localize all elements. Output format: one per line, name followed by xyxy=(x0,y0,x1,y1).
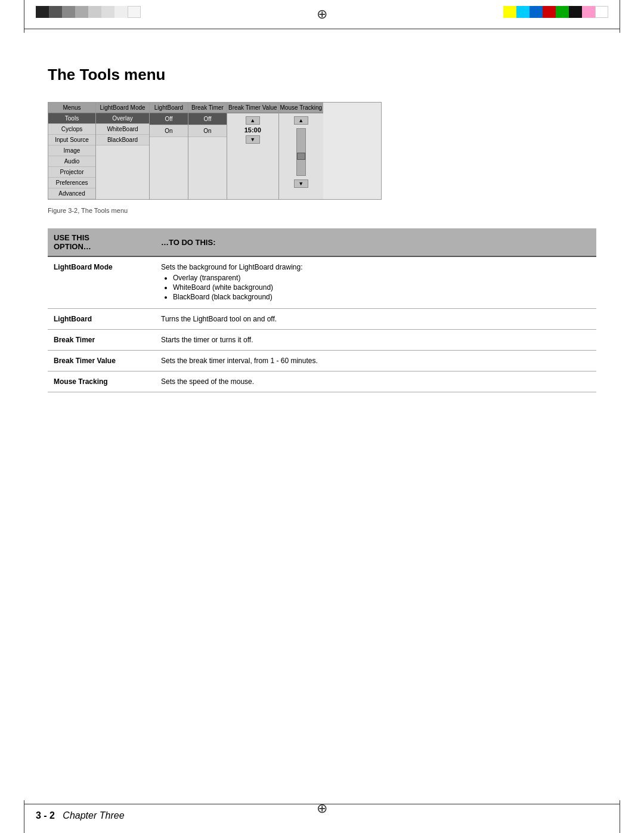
desc-lightboard-mode: Sets the background for LightBoard drawi… xyxy=(155,256,596,309)
option-lightboard-mode: LightBoard Mode xyxy=(48,256,155,309)
menus-column: Menus Tools Cyclops Input Source Image A… xyxy=(48,103,96,199)
chapter-label: 3 - 2 Chapter Three xyxy=(36,810,125,821)
swatch-black xyxy=(36,6,49,18)
option-break-timer-value: Break Timer Value xyxy=(48,351,155,371)
bullet-whiteboard: WhiteBoard (white background) xyxy=(173,283,590,292)
menu-item-advanced[interactable]: Advanced xyxy=(48,188,95,199)
swatch-black2 xyxy=(569,6,582,18)
menu-item-audio[interactable]: Audio xyxy=(48,156,95,167)
bullet-overlay: Overlay (transparent) xyxy=(173,274,590,282)
lb-mode-whiteboard[interactable]: WhiteBoard xyxy=(96,124,149,135)
desc-lightboard: Turns the LightBoard tool on and off. xyxy=(155,309,596,330)
table-row-lightboard-mode: LightBoard Mode Sets the background for … xyxy=(48,256,596,309)
break-timer-value-header: Break Timer Value xyxy=(227,103,278,113)
top-left-swatches xyxy=(36,6,141,18)
page-content: The Tools menu Menus Tools Cyclops Input… xyxy=(0,42,644,428)
option-break-timer: Break Timer xyxy=(48,330,155,351)
swatch-light-gray xyxy=(88,6,101,18)
break-timer-column: Break Timer Off On xyxy=(188,103,227,199)
menu-item-cyclops[interactable]: Cyclops xyxy=(48,124,95,135)
bullet-blackboard: BlackBoard (black background) xyxy=(173,293,590,301)
screenshot-image: Menus Tools Cyclops Input Source Image A… xyxy=(48,102,382,200)
table-header-row: USE THISOPTION… …TO DO THIS: xyxy=(48,228,596,256)
swatch-blue xyxy=(530,6,543,18)
tracking-slider-thumb[interactable] xyxy=(297,153,305,160)
table-row-break-timer-value: Break Timer Value Sets the break timer i… xyxy=(48,351,596,371)
lightboard-mode-header: LightBoard Mode xyxy=(96,103,149,113)
top-right-swatches xyxy=(503,6,608,18)
bt-off[interactable]: Off xyxy=(188,113,227,125)
mouse-tracking-column: Mouse Tracking ▲ ▼ xyxy=(279,103,324,199)
menu-item-projector[interactable]: Projector xyxy=(48,167,95,178)
option-lightboard: LightBoard xyxy=(48,309,155,330)
menu-item-preferences[interactable]: Preferences xyxy=(48,178,95,188)
swatch-yellow xyxy=(503,6,516,18)
desc-mouse-tracking: Sets the speed of the mouse. xyxy=(155,371,596,392)
lightboard-column: LightBoard Off On xyxy=(150,103,188,199)
crosshair-icon-top: ⊕ xyxy=(317,8,327,21)
swatch-white2 xyxy=(595,6,608,18)
options-table: USE THISOPTION… …TO DO THIS: LightBoard … xyxy=(48,228,596,392)
bt-on[interactable]: On xyxy=(188,125,227,137)
menu-item-image[interactable]: Image xyxy=(48,145,95,156)
break-timer-value-controls: ▲ 15:00 ▼ xyxy=(227,113,278,147)
lb-on[interactable]: On xyxy=(150,125,188,137)
figure-caption: Figure 3-2, The Tools menu xyxy=(48,207,596,214)
lb-mode-blackboard[interactable]: BlackBoard xyxy=(96,135,149,145)
swatch-white xyxy=(128,6,141,18)
menus-column-header: Menus xyxy=(48,103,95,113)
mouse-tracking-slider-area: ▲ ▼ xyxy=(279,113,324,199)
table-row-break-timer: Break Timer Starts the timer or turns it… xyxy=(48,330,596,351)
swatch-gray xyxy=(62,6,75,18)
swatch-green xyxy=(556,6,569,18)
table-row-mouse-tracking: Mouse Tracking Sets the speed of the mou… xyxy=(48,371,596,392)
table-row-lightboard: LightBoard Turns the LightBoard tool on … xyxy=(48,309,596,330)
break-timer-header: Break Timer xyxy=(188,103,227,113)
lightboard-mode-column: LightBoard Mode Overlay WhiteBoard Black… xyxy=(96,103,150,199)
timer-up-button[interactable]: ▲ xyxy=(246,116,260,125)
swatch-red xyxy=(543,6,556,18)
lb-mode-overlay[interactable]: Overlay xyxy=(96,113,149,124)
swatch-very-light-gray xyxy=(114,6,128,18)
swatch-pink xyxy=(582,6,595,18)
lb-off[interactable]: Off xyxy=(150,113,188,125)
swatch-lighter-gray xyxy=(101,6,114,18)
timer-value-display: 15:00 xyxy=(243,125,262,135)
tracking-up-button[interactable]: ▲ xyxy=(294,116,308,125)
option-mouse-tracking: Mouse Tracking xyxy=(48,371,155,392)
break-timer-value-column: Break Timer Value ▲ 15:00 ▼ xyxy=(227,103,279,199)
mouse-tracking-header: Mouse Tracking xyxy=(279,103,324,113)
page-title: The Tools menu xyxy=(48,66,596,84)
top-border-line xyxy=(24,29,620,29)
chapter-text: Chapter Three xyxy=(63,810,124,820)
col-header-use-this: USE THISOPTION… xyxy=(48,228,155,256)
swatch-cyan xyxy=(516,6,530,18)
desc-break-timer-value: Sets the break timer interval, from 1 - … xyxy=(155,351,596,371)
top-right-border-line xyxy=(620,0,620,33)
lightboard-header: LightBoard xyxy=(150,103,188,113)
tracking-down-button[interactable]: ▼ xyxy=(294,179,308,188)
timer-down-button[interactable]: ▼ xyxy=(246,135,260,144)
desc-break-timer: Starts the timer or turns it off. xyxy=(155,330,596,351)
swatch-medium-gray xyxy=(75,6,88,18)
menu-item-input-source[interactable]: Input Source xyxy=(48,135,95,145)
col-header-to-do: …TO DO THIS: xyxy=(155,228,596,256)
swatch-dark-gray xyxy=(49,6,62,18)
top-left-border-line xyxy=(24,0,24,33)
bottom-area: 3 - 2 Chapter Three xyxy=(0,810,644,821)
menu-item-tools[interactable]: Tools xyxy=(48,113,95,124)
tracking-slider-track[interactable] xyxy=(296,128,306,176)
